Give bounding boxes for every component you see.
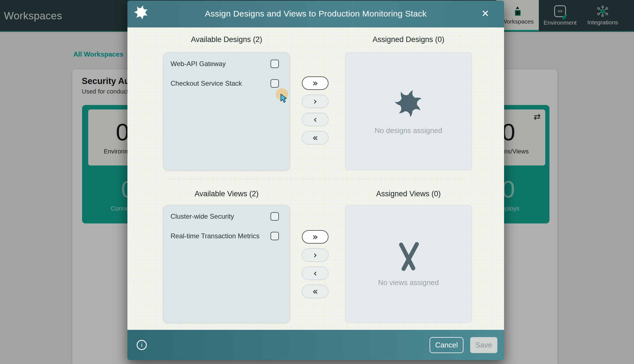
assign-designs-modal: Assign Designs and Views to Production M…: [127, 1, 504, 360]
checkbox[interactable]: [271, 232, 279, 240]
meshery-swirl-icon: [393, 88, 424, 119]
assigned-designs-panel: No designs assigned: [345, 52, 472, 170]
section-divider: [169, 179, 465, 179]
list-item[interactable]: Checkout Service Stack: [171, 77, 279, 90]
assigned-designs-title: Assigned Designs (0): [345, 35, 472, 44]
info-glyph: i: [141, 342, 143, 348]
move-left-button[interactable]: ‹: [302, 267, 328, 280]
list-item[interactable]: Real-time Transaction Metrics: [171, 229, 279, 243]
view-label: Real-time Transaction Metrics: [171, 232, 259, 240]
move-left-button[interactable]: ‹: [302, 113, 328, 126]
move-all-right-button[interactable]: »: [302, 230, 328, 244]
checkbox[interactable]: [271, 60, 279, 68]
info-icon[interactable]: i: [137, 340, 147, 350]
modal-body: Available Designs (2) Assigned Designs (…: [127, 27, 504, 330]
checkbox[interactable]: [271, 79, 279, 88]
empty-state-text: No views assigned: [378, 278, 439, 287]
list-item[interactable]: Web-API Gateway: [171, 57, 279, 71]
assigned-views-panel: No views assigned: [345, 205, 472, 323]
move-right-button[interactable]: ›: [302, 248, 328, 262]
kanvas-v-icon: [393, 241, 424, 271]
modal-title: Assign Designs and Views to Production M…: [127, 9, 504, 18]
cancel-button[interactable]: Cancel: [430, 337, 463, 353]
move-all-right-button[interactable]: »: [302, 76, 328, 90]
close-button[interactable]: ✕: [479, 7, 491, 20]
empty-state-text: No designs assigned: [375, 126, 442, 135]
checkbox[interactable]: [271, 212, 279, 221]
available-designs-title: Available Designs (2): [163, 35, 290, 44]
modal-header: Assign Designs and Views to Production M…: [127, 1, 504, 27]
view-label: Cluster-wide Security: [171, 213, 234, 220]
views-transfer-buttons: » › ‹ «: [302, 230, 328, 298]
design-label: Web-API Gateway: [171, 60, 226, 68]
designs-transfer-buttons: » › ‹ «: [302, 76, 328, 144]
list-item[interactable]: Cluster-wide Security: [171, 210, 279, 223]
save-button: Save: [470, 337, 497, 353]
available-views-title: Available Views (2): [163, 190, 290, 198]
available-views-list: Cluster-wide Security Real-time Transact…: [163, 205, 290, 323]
move-all-left-button[interactable]: «: [302, 285, 328, 298]
available-designs-list: Web-API Gateway Checkout Service Stack: [163, 52, 290, 170]
move-all-left-button[interactable]: «: [302, 131, 328, 144]
design-label: Checkout Service Stack: [171, 80, 242, 87]
screen: Workspaces Workspaces <> Environment: [0, 0, 634, 364]
move-right-button[interactable]: ›: [302, 95, 328, 108]
assigned-views-title: Assigned Views (0): [345, 190, 472, 198]
modal-footer: i Cancel Save: [127, 330, 504, 360]
